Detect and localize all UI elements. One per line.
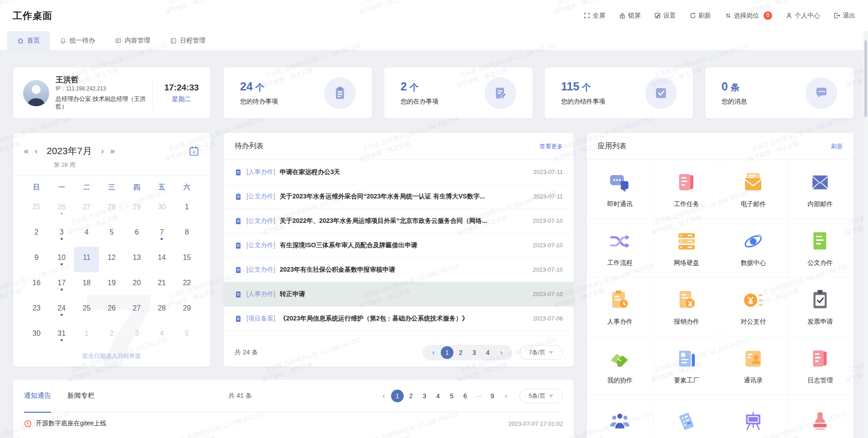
calendar-day[interactable]: 28 — [99, 196, 124, 221]
app-journal-mgmt[interactable]: 日志管理 — [787, 336, 854, 395]
stat-card-completed[interactable]: 115个 您的办结件事项 — [545, 67, 693, 118]
app-official-documents[interactable]: 公文办件 — [787, 219, 854, 278]
todo-item-title[interactable]: 2023年有生社保公积金基数申报审核申请 — [280, 266, 528, 274]
calendar-day[interactable]: 9 — [24, 247, 49, 272]
app-work-tasks[interactable]: 工作任务 — [654, 160, 721, 219]
calendar-day[interactable]: 30 — [149, 196, 174, 221]
calendar-day[interactable]: 14 — [149, 247, 174, 272]
calendar-day[interactable]: 21 — [149, 272, 174, 297]
calendar-day[interactable]: 30 — [24, 323, 49, 348]
next-page-button[interactable]: › — [500, 390, 512, 402]
prev-page-button[interactable]: ‹ — [377, 390, 390, 402]
todo-item[interactable]: [人事办件] 转正申请 2023-07-10 — [224, 282, 574, 306]
refresh-button[interactable]: 刷新 — [689, 12, 711, 20]
todo-category-tag[interactable]: [项目备案] — [246, 315, 275, 323]
tab-schedule-mgmt[interactable]: 日程管理 — [160, 31, 215, 50]
view-more-link[interactable]: 查看更多 — [539, 142, 563, 151]
calendar-day[interactable]: 29 — [175, 297, 199, 323]
avatar[interactable] — [23, 80, 49, 106]
calendar-day[interactable]: 2 — [24, 221, 49, 247]
calendar-day[interactable]: 8 — [175, 221, 199, 247]
settings-button[interactable]: 设置 — [654, 12, 676, 20]
app-network-disk[interactable]: 网络硬盘 — [654, 219, 721, 278]
page-number-button[interactable]: ··· — [472, 390, 485, 402]
calendar-day[interactable]: 4 — [74, 221, 99, 247]
calendar-day[interactable]: 4 — [149, 323, 174, 348]
todo-item[interactable]: [公文办件] 有生深境ISO三体系年审人员配合及牌匾借出申请 2023-07-1… — [224, 233, 574, 258]
calendar-day[interactable]: 24 — [49, 297, 74, 323]
page-number-button[interactable]: 4 — [481, 346, 494, 359]
todo-item-title[interactable]: 关于2022年、2023年水务局运维项目外采“北京市政务云服务合同（网络... — [280, 217, 528, 225]
calendar-day[interactable]: 1 — [74, 323, 99, 348]
calendar-day[interactable]: 28 — [149, 297, 174, 323]
calendar-day[interactable]: 1 — [175, 196, 199, 221]
calendar-day[interactable]: 29 — [124, 196, 149, 221]
todo-item[interactable]: [项目备案] 《2023年局信息系统运行维护（第2包：基础办公系统技术服务）》 … — [224, 306, 574, 331]
todo-item[interactable]: [公文办件] 关于2022年、2023年水务局运维项目外采“北京市政务云服务合同… — [224, 209, 574, 233]
app-invoice-request[interactable]: 发票申请 — [787, 278, 854, 336]
stat-card-messages[interactable]: 0条 您的消息 — [705, 67, 854, 118]
calendar-day[interactable]: 26 — [99, 297, 124, 323]
app-instant-messaging[interactable]: 即时通讯 — [587, 160, 654, 219]
prev-year-button[interactable]: « — [24, 147, 28, 155]
calendar-day[interactable]: 25 — [24, 196, 49, 221]
calendar-day[interactable]: 20 — [124, 272, 149, 297]
calendar-day[interactable]: 26 — [49, 196, 74, 221]
calendar-day[interactable]: 3 — [49, 221, 74, 247]
page-number-button[interactable]: 1 — [441, 346, 453, 359]
calendar-day[interactable]: 12 — [99, 247, 124, 272]
page-number-button[interactable]: 1 — [391, 390, 404, 402]
select-post-button[interactable]: 选择岗位 0 — [725, 11, 772, 20]
todo-category-tag[interactable]: [人事办件] — [246, 290, 275, 298]
todo-item[interactable]: [公文办件] 关于2023年水务运维外采合同“2023年水务局统一认证 有生博大… — [224, 184, 574, 209]
stat-card-todo[interactable]: 24个 您的待办事项 — [224, 67, 372, 118]
tab-content-mgmt[interactable]: 内容管理 — [105, 31, 160, 50]
todo-category-tag[interactable]: [公文办件] — [246, 193, 275, 201]
app-refresh-link[interactable]: 刷新 — [831, 142, 843, 151]
logout-button[interactable]: 退出 — [834, 12, 855, 20]
calendar-day[interactable]: 22 — [175, 272, 199, 297]
page-number-button[interactable]: 4 — [432, 390, 444, 402]
tab-home[interactable]: 首页 — [7, 31, 50, 50]
app-workflow[interactable]: 工作流程 — [587, 219, 654, 278]
scrollbar-thumb[interactable] — [864, 40, 867, 117]
page-number-button[interactable]: 3 — [468, 346, 481, 359]
todo-item-title[interactable]: 关于2023年水务运维外采合同“2023年水务局统一认证 有生博大VS数字... — [280, 193, 529, 201]
app-my-collaboration[interactable]: 我的协作 — [587, 336, 654, 395]
app-element-factory[interactable]: 要素工厂 — [654, 336, 721, 395]
tab-notices[interactable]: 通知通告 — [24, 380, 51, 412]
todo-category-tag[interactable]: [公文办件] — [246, 241, 275, 250]
page-number-button[interactable]: 3 — [418, 390, 431, 402]
calendar-day[interactable]: 27 — [124, 297, 149, 323]
tab-news[interactable]: 新闻专栏 — [67, 380, 94, 412]
next-page-button[interactable]: › — [495, 346, 508, 359]
personal-center-button[interactable]: 个人中心 — [786, 12, 820, 20]
app-email[interactable]: 电子邮件 — [720, 160, 787, 219]
calendar-day[interactable]: 13 — [124, 247, 149, 272]
calendar-day[interactable]: 15 — [175, 247, 199, 272]
page-number-button[interactable]: 6 — [459, 390, 472, 402]
today-calendar-icon[interactable]: 今 — [189, 146, 199, 156]
app-data-center[interactable]: 数据中心 — [720, 219, 787, 278]
lockscreen-button[interactable]: 锁屏 — [619, 12, 641, 20]
todo-page-size-select[interactable]: 7条/页 — [519, 345, 563, 360]
next-year-button[interactable]: » — [110, 147, 114, 155]
todo-item-title[interactable]: 转正申请 — [280, 290, 528, 298]
prev-month-button[interactable]: ‹ — [35, 147, 38, 155]
app-reimbursement[interactable]: 报销办件 — [654, 278, 721, 336]
todo-item[interactable]: [公文办件] 2023年有生社保公积金基数申报审核申请 2023-07-10 — [224, 258, 574, 282]
calendar-day[interactable]: 2 — [99, 323, 124, 348]
page-number-button[interactable]: 2 — [405, 390, 417, 402]
todo-category-tag[interactable]: [公文办件] — [246, 266, 275, 274]
calendar-day[interactable]: 6 — [124, 221, 149, 247]
calendar-day[interactable]: 7 — [149, 221, 174, 247]
fullscreen-button[interactable]: 全屏 — [584, 12, 605, 20]
notice-item-title[interactable]: 开源数字底座在gitee上线 — [36, 419, 106, 428]
stat-card-inprogress[interactable]: 2个 您的在办事项 — [384, 67, 533, 118]
app-corporate-payment[interactable]: 对公支付 — [720, 278, 787, 336]
todo-item-title[interactable]: 《2023年局信息系统运行维护（第2包：基础办公系统技术服务）》 — [280, 315, 528, 323]
page-number-button[interactable]: 2 — [454, 346, 467, 359]
notice-item[interactable]: 开源数字底座在gitee上线 2023-07-07 17:01:02 — [24, 412, 563, 435]
calendar-day[interactable]: 16 — [24, 272, 49, 297]
app-partial-presentation[interactable] — [720, 395, 787, 438]
